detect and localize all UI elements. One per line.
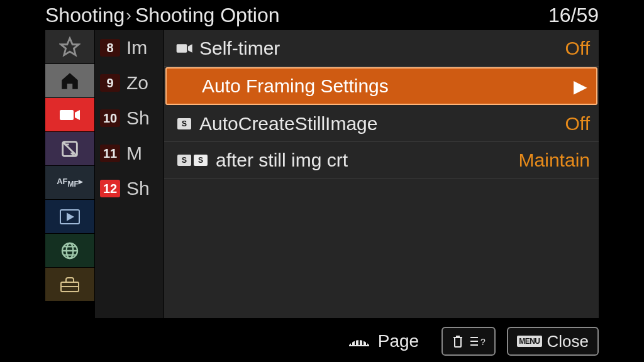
help-button[interactable]: ? xyxy=(441,327,496,356)
close-label: Close xyxy=(547,332,589,351)
section-label: Im xyxy=(126,37,147,58)
toolbox-icon xyxy=(59,276,80,293)
option-label: AutoCreateStillImage xyxy=(199,113,565,134)
option-label: Self-timer xyxy=(199,38,565,59)
setup-tab[interactable] xyxy=(45,268,94,302)
breadcrumb-leaf: Shooting Option xyxy=(135,4,280,27)
svg-marker-2 xyxy=(75,110,80,120)
list-help-icon: ? xyxy=(469,335,486,348)
options-pane: Self-timer Off Auto Framing Settings ▶ S… xyxy=(164,30,599,318)
focus-tab[interactable]: AFMF▸ xyxy=(45,166,94,200)
playback-tab[interactable] xyxy=(45,200,94,234)
star-icon xyxy=(59,36,80,58)
option-label: Auto Framing Settings xyxy=(202,75,569,97)
section-badge: 12 xyxy=(100,180,120,197)
sidebar: AFMF▸ xyxy=(45,30,94,318)
section-badge: 8 xyxy=(100,39,120,57)
network-tab[interactable] xyxy=(45,234,94,268)
movie-icon xyxy=(170,42,199,55)
svg-rect-12 xyxy=(177,44,187,52)
section-badge: 9 xyxy=(100,74,120,92)
bottom-bar: Page ? MENU Close xyxy=(45,323,599,359)
dial-icon xyxy=(345,334,373,349)
svg-marker-0 xyxy=(61,38,79,55)
option-label: after still img crt xyxy=(216,150,519,171)
option-value: Off xyxy=(565,113,590,134)
favorites-tab[interactable] xyxy=(45,30,94,64)
svg-rect-4 xyxy=(65,143,69,145)
right-margin xyxy=(599,30,644,318)
section-list: 8 Im 9 Zo 10 Sh 11 M 12 Sh xyxy=(94,30,164,318)
breadcrumb-root[interactable]: Shooting xyxy=(45,4,125,27)
svg-marker-13 xyxy=(188,44,192,52)
home-tab[interactable] xyxy=(45,64,94,98)
afmf-icon: AFMF▸ xyxy=(57,178,83,188)
page-label: Page xyxy=(378,331,419,351)
exposure-tab[interactable] xyxy=(45,132,94,166)
svg-marker-8 xyxy=(67,214,73,220)
svg-text:?: ? xyxy=(480,337,486,347)
option-auto-framing[interactable]: Auto Framing Settings ▶ xyxy=(165,67,597,105)
page-hint: Page xyxy=(345,331,419,351)
option-value: Off xyxy=(565,38,590,59)
option-self-timer[interactable]: Self-timer Off xyxy=(164,30,599,67)
globe-icon xyxy=(60,241,80,261)
section-item[interactable]: 9 Zo xyxy=(95,65,164,101)
left-margin xyxy=(0,30,45,318)
page-counter: 16/59 xyxy=(548,4,599,27)
chevron-right-icon: ▶ xyxy=(574,76,587,97)
video-icon xyxy=(58,107,81,123)
section-label: Sh xyxy=(126,107,150,129)
exposure-icon xyxy=(59,138,80,160)
close-button[interactable]: MENU Close xyxy=(507,327,599,356)
chevron-right-icon: › xyxy=(126,6,131,25)
option-value: Maintain xyxy=(519,150,590,171)
breadcrumb: Shooting › Shooting Option 16/59 xyxy=(45,1,599,29)
option-auto-create-still[interactable]: S AutoCreateStillImage Off xyxy=(164,106,599,142)
section-item[interactable]: 12 Sh xyxy=(95,171,164,206)
sg-s-icon: SS xyxy=(170,155,216,166)
option-after-still-img[interactable]: SS after still img crt Maintain xyxy=(164,142,599,178)
section-badge: 10 xyxy=(100,109,120,127)
section-badge: 11 xyxy=(100,145,120,162)
svg-rect-6 xyxy=(72,151,74,155)
trash-icon xyxy=(452,334,464,348)
play-icon xyxy=(59,209,80,225)
section-label: Zo xyxy=(126,72,148,94)
home-icon xyxy=(59,70,80,92)
menu-chip-icon: MENU xyxy=(517,336,541,347)
sg-icon: S xyxy=(170,118,199,129)
section-item[interactable]: 11 M xyxy=(95,136,164,171)
section-label: M xyxy=(126,143,142,164)
section-item[interactable]: 10 Sh xyxy=(95,101,164,136)
movie-tab[interactable] xyxy=(45,98,94,132)
section-item[interactable]: 8 Im xyxy=(95,30,164,65)
svg-rect-1 xyxy=(60,110,74,120)
section-label: Sh xyxy=(126,178,150,199)
